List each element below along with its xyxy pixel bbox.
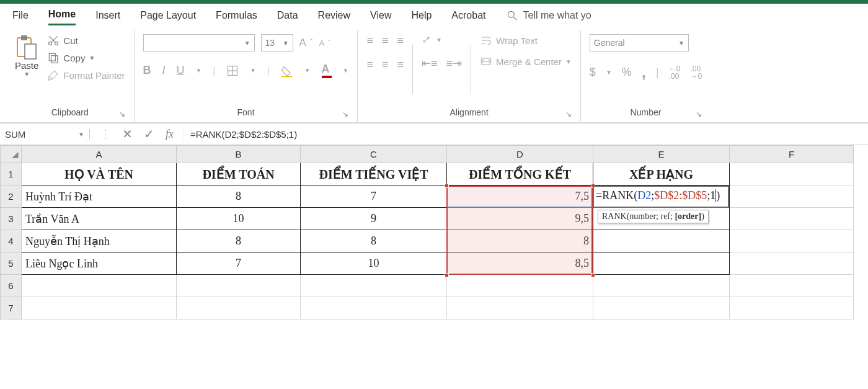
paste-button[interactable]: Paste ▼ [15,34,38,78]
tab-formulas[interactable]: Formulas [216,10,257,25]
font-size-combo[interactable]: 13▼ [261,34,293,51]
cell-c1[interactable]: ĐIỂM TIẾNG VIỆT [301,163,447,186]
cell-d2[interactable]: 7,5 [447,186,593,208]
chevron-down-icon[interactable]: ▼ [196,67,202,74]
cell-b3[interactable]: 10 [177,208,301,230]
chevron-down-icon[interactable]: ▼ [343,67,349,74]
decrease-indent-button[interactable]: ⇤≡ [422,56,438,70]
enter-formula-button[interactable]: ✓ [144,127,154,141]
wrap-text-button[interactable]: Wrap Text [480,34,572,47]
cell-a3[interactable]: Trần Văn A [22,208,177,230]
number-launcher-icon[interactable]: ↘ [696,110,702,118]
font-name-combo[interactable]: ▼ [143,34,255,51]
orientation-button[interactable]: ⤢▼ [422,34,462,45]
cell-a6[interactable] [22,275,177,297]
row-header-7[interactable]: 7 [1,297,22,320]
cell-b2[interactable]: 8 [177,186,301,208]
font-launcher-icon[interactable]: ↘ [342,110,348,118]
align-center-button[interactable]: ≡ [382,58,389,71]
cell-f4[interactable] [730,230,854,253]
alignment-launcher-icon[interactable]: ↘ [565,110,572,118]
cell-c5[interactable]: 10 [301,253,447,275]
merge-center-button[interactable]: Merge & Center ▼ [480,55,572,68]
cell-b5[interactable]: 7 [177,253,301,275]
chevron-down-icon[interactable]: ▼ [250,67,256,74]
font-color-button[interactable]: A [322,63,332,78]
underline-button[interactable]: U [177,64,185,77]
align-right-button[interactable]: ≡ [397,58,404,71]
select-all-corner[interactable]: ◢ [1,146,22,163]
column-header-e[interactable]: E [593,146,730,163]
function-tooltip[interactable]: RANK(number; ref; [order]) [598,210,709,223]
copy-dropdown-icon[interactable]: ▼ [89,55,95,61]
align-bottom-button[interactable]: ≡ [397,34,404,47]
cell-f2[interactable] [730,186,854,208]
cell-e5[interactable] [593,253,730,275]
row-header-3[interactable]: 3 [1,208,22,230]
cell-d3[interactable]: 9,5 [447,208,593,230]
cell-b1[interactable]: ĐIỂM TOÁN [177,163,301,186]
column-header-b[interactable]: B [177,146,301,163]
tab-data[interactable]: Data [277,10,298,25]
tab-review[interactable]: Review [318,10,350,25]
cell-a4[interactable]: Nguyễn Thị Hạnh [22,230,177,253]
copy-button[interactable]: Copy ▼ [47,51,125,64]
name-box[interactable]: SUM ▼ [0,129,90,140]
cell-b4[interactable]: 8 [177,230,301,253]
accounting-format-button[interactable]: $ [590,66,596,79]
tab-insert[interactable]: Insert [95,10,120,25]
tab-home[interactable]: Home [48,9,76,25]
fill-color-button[interactable] [281,65,293,77]
increase-font-button[interactable]: Aˆ [299,37,313,49]
cell-a5[interactable]: Liêu Ngọc Linh [22,253,177,275]
cell-e1[interactable]: XẾP HẠNG [593,163,730,186]
decrease-font-button[interactable]: Aˇ [319,38,330,48]
decrease-decimal-button[interactable]: .00→0 [690,65,702,80]
column-header-a[interactable]: A [22,146,177,163]
chevron-down-icon[interactable]: ▼ [606,69,612,76]
cell-d5[interactable]: 8,5 [447,253,593,275]
cancel-formula-button[interactable]: ✕ [122,127,133,141]
cell-e4[interactable] [593,230,730,253]
cell-a2[interactable]: Huỳnh Trí Đạt [22,186,177,208]
row-header-1[interactable]: 1 [1,163,22,186]
cell-f1[interactable] [730,163,854,186]
border-button[interactable] [226,65,239,77]
italic-button[interactable]: I [162,64,166,77]
insert-function-button[interactable]: fx [166,128,174,141]
row-header-2[interactable]: 2 [1,186,22,208]
cell-d1[interactable]: ĐIỂM TỔNG KẾT [447,163,593,186]
increase-decimal-button[interactable]: ←0.00 [669,65,681,80]
clipboard-launcher-icon[interactable]: ↘ [119,110,125,118]
chevron-down-icon[interactable]: ▼ [304,67,311,74]
cell-a7[interactable] [22,297,177,320]
tab-pagelayout[interactable]: Page Layout [140,10,196,25]
cell-e2[interactable]: =RANK(D2;$D$2:$D$5;1) [593,186,730,208]
number-format-combo[interactable]: General▼ [590,34,689,51]
formula-input[interactable]: =RANK(D2;$D$2:$D$5;1) [184,129,868,140]
increase-indent-button[interactable]: ≡⇥ [446,56,463,70]
column-header-f[interactable]: F [730,146,854,163]
worksheet-grid[interactable]: ◢ A B C D E F 1 HỌ VÀ TÊN ĐIỂM TOÁN ĐIỂM… [0,145,868,320]
align-middle-button[interactable]: ≡ [382,34,389,47]
tab-acrobat[interactable]: Acrobat [451,10,485,25]
cell-c4[interactable]: 8 [301,230,447,253]
align-left-button[interactable]: ≡ [366,58,373,71]
align-top-button[interactable]: ≡ [366,34,373,47]
column-header-d[interactable]: D [447,146,593,163]
cell-c2[interactable]: 7 [301,186,447,208]
cut-button[interactable]: Cut [47,34,125,47]
percent-format-button[interactable]: % [622,66,632,79]
format-painter-button[interactable]: Format Painter [47,69,125,81]
row-header-6[interactable]: 6 [1,275,22,297]
row-header-5[interactable]: 5 [1,253,22,275]
cell-f5[interactable] [730,253,854,275]
cell-d4[interactable]: 8 [447,230,593,253]
paste-dropdown-icon[interactable]: ▼ [24,71,30,78]
cell-c3[interactable]: 9 [301,208,447,230]
cell-f3[interactable] [730,208,854,230]
tab-help[interactable]: Help [411,10,432,25]
column-header-c[interactable]: C [301,146,447,163]
tell-me-search[interactable]: Tell me what yo [506,9,591,25]
row-header-4[interactable]: 4 [1,230,22,253]
